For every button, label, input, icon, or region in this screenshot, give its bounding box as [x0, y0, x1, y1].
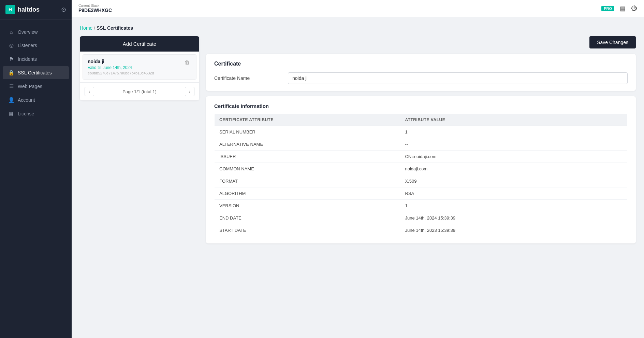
- right-panel: Save Changes Certificate Certificate Nam…: [206, 36, 636, 243]
- attr-value: noidaji.com: [400, 163, 627, 175]
- certificate-info-card: Certificate Information CERTIFICATE ATTR…: [206, 96, 636, 243]
- sidebar: H haltdos ⊙ ⌂ Overview ◎ Listeners ⚑ Inc…: [0, 0, 72, 338]
- sidebar-item-incidents[interactable]: ⚑ Incidents: [3, 53, 69, 66]
- power-icon[interactable]: ⏻: [631, 5, 637, 12]
- certificate-name-input[interactable]: [288, 72, 628, 84]
- breadcrumb-current: SSL Certificates: [97, 25, 133, 31]
- certificate-list: noida ji Valid till June 14th, 2024 eb0b…: [80, 52, 199, 82]
- delete-cert-button[interactable]: 🗑: [183, 59, 191, 66]
- attr-value: June 14th, 2023 15:39:39: [400, 224, 627, 237]
- certificate-info-title: Certificate Information: [214, 103, 628, 109]
- settings-icon[interactable]: ⊙: [61, 6, 66, 13]
- attr-value: 1: [400, 126, 627, 138]
- next-page-button[interactable]: ›: [185, 87, 194, 96]
- sidebar-item-label: Listeners: [18, 43, 37, 48]
- account-icon: 👤: [8, 97, 14, 103]
- pro-badge: PRO: [601, 6, 614, 11]
- col-header-attribute: CERTIFICATE ATTRIBUTE: [215, 114, 400, 126]
- attr-value: 1: [400, 200, 627, 212]
- cert-item-valid: Valid till June 14th, 2024: [88, 65, 183, 70]
- attr-name: COMMON NAME: [215, 163, 400, 175]
- attr-name: ALTERNATIVE NAME: [215, 138, 400, 151]
- web-pages-icon: ☰: [8, 83, 14, 89]
- breadcrumb: Home / SSL Certificates: [80, 25, 636, 31]
- sidebar-item-web-pages[interactable]: ☰ Web Pages: [3, 80, 69, 93]
- topbar-stack-info: Current Stack P9DE2WHXGC: [78, 4, 112, 13]
- table-row: VERSION1: [215, 200, 628, 212]
- certificate-name-label: Certificate Name: [214, 75, 282, 81]
- table-row: ALTERNATIVE NAME--: [215, 138, 628, 151]
- pagination: ‹ Page 1/1 (total 1) ›: [80, 82, 199, 100]
- sidebar-item-account[interactable]: 👤 Account: [3, 94, 69, 107]
- attr-name: FORMAT: [215, 175, 400, 187]
- attr-value: CN=noidaji.com: [400, 151, 627, 163]
- billing-icon[interactable]: ▤: [620, 5, 626, 12]
- left-panel: Add Certificate noida ji Valid till June…: [80, 36, 199, 100]
- attr-name: SERIAL NUMBER: [215, 126, 400, 138]
- listeners-icon: ◎: [8, 42, 14, 48]
- incidents-icon: ⚑: [8, 56, 14, 62]
- prev-page-button[interactable]: ‹: [85, 87, 94, 96]
- topbar: Current Stack P9DE2WHXGC PRO ▤ ⏻: [72, 0, 644, 17]
- attr-value: --: [400, 138, 627, 151]
- certificate-card: Certificate Certificate Name: [206, 54, 636, 91]
- page-content: Home / SSL Certificates Add Certificate …: [72, 17, 644, 338]
- attr-name: VERSION: [215, 200, 400, 212]
- attr-value: June 14th, 2024 15:39:39: [400, 212, 627, 224]
- topbar-actions: PRO ▤ ⏻: [601, 5, 637, 12]
- sidebar-item-label: Overview: [18, 29, 38, 35]
- sidebar-logo: H haltdos ⊙: [0, 0, 72, 19]
- page-info: Page 1/1 (total 1): [122, 89, 157, 94]
- sidebar-item-license[interactable]: ▦ License: [3, 107, 69, 120]
- license-icon: ▦: [8, 111, 14, 117]
- sidebar-item-label: Web Pages: [18, 84, 42, 89]
- table-row: END DATEJune 14th, 2024 15:39:39: [215, 212, 628, 224]
- right-header: Save Changes: [206, 36, 636, 48]
- attr-name: ISSUER: [215, 151, 400, 163]
- cert-item-info: noida ji Valid till June 14th, 2024 eb0b…: [88, 59, 183, 75]
- breadcrumb-separator: /: [94, 25, 97, 31]
- attr-name: START DATE: [215, 224, 400, 237]
- content-layout: Add Certificate noida ji Valid till June…: [80, 36, 636, 243]
- breadcrumb-home[interactable]: Home: [80, 25, 92, 31]
- attr-name: END DATE: [215, 212, 400, 224]
- add-certificate-button[interactable]: Add Certificate: [80, 36, 199, 52]
- sidebar-item-label: Account: [18, 97, 35, 103]
- certificate-name-row: Certificate Name: [214, 72, 628, 84]
- sidebar-item-listeners[interactable]: ◎ Listeners: [3, 39, 69, 52]
- main-area: Current Stack P9DE2WHXGC PRO ▤ ⏻ Home / …: [72, 0, 644, 338]
- ssl-icon: 🔒: [8, 70, 14, 76]
- table-row: FORMATX.509: [215, 175, 628, 187]
- sidebar-item-overview[interactable]: ⌂ Overview: [3, 26, 69, 38]
- home-icon: ⌂: [8, 29, 14, 35]
- table-row: ALGORITHMRSA: [215, 187, 628, 200]
- table-row: ISSUERCN=noidaji.com: [215, 151, 628, 163]
- cert-item-name: noida ji: [88, 59, 183, 64]
- attr-value: RSA: [400, 187, 627, 200]
- sidebar-item-label: Incidents: [18, 56, 37, 62]
- sidebar-item-label: SSL Certificates: [18, 70, 52, 75]
- nav-items: ⌂ Overview ◎ Listeners ⚑ Incidents 🔒 SSL…: [0, 19, 72, 338]
- save-changes-button[interactable]: Save Changes: [589, 36, 636, 48]
- table-row: SERIAL NUMBER1: [215, 126, 628, 138]
- logo-icon: H: [5, 5, 15, 14]
- sidebar-item-label: License: [18, 111, 34, 116]
- sidebar-item-ssl-certificates[interactable]: 🔒 SSL Certificates: [3, 66, 69, 79]
- table-row: START DATEJune 14th, 2023 15:39:39: [215, 224, 628, 237]
- table-row: COMMON NAMEnoidaji.com: [215, 163, 628, 175]
- certificate-item[interactable]: noida ji Valid till June 14th, 2024 eb0b…: [83, 54, 196, 80]
- attr-value: X.509: [400, 175, 627, 187]
- stack-label: Current Stack: [78, 4, 112, 8]
- cert-item-hash: eb0bb5278e714757a0bd7c4b13c4632d: [88, 71, 183, 75]
- logo-text: haltdos: [18, 6, 40, 13]
- attributes-table: CERTIFICATE ATTRIBUTE ATTRIBUTE VALUE SE…: [214, 114, 628, 237]
- certificate-card-title: Certificate: [214, 61, 628, 67]
- col-header-value: ATTRIBUTE VALUE: [400, 114, 627, 126]
- attr-name: ALGORITHM: [215, 187, 400, 200]
- stack-name: P9DE2WHXGC: [78, 8, 112, 13]
